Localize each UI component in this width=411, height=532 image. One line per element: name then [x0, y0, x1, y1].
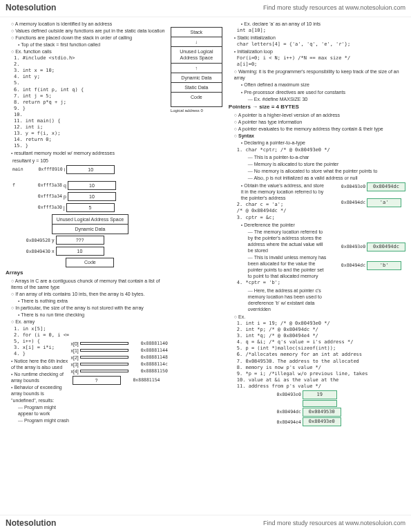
right-column: Ex. declare 'a' as an array of 10 ints i…: [226, 20, 408, 428]
ex-array-heading: Ex. array: [11, 319, 168, 325]
result-title: resultant memory model w/ memory address…: [11, 150, 168, 156]
memory-diagram-1: main0xfff8910i10 f0xfff3a38q10 0xfff3a34…: [6, 164, 168, 268]
code-line: 11. int main() {: [14, 118, 168, 124]
array-point: Arrays in C are a contiguous chunck of m…: [11, 278, 168, 290]
logo: Notesolution: [6, 3, 56, 14]
footer-logo: Notesolution: [6, 518, 56, 529]
declare-ex: Ex. declare 'a' as an array of 10 ints: [234, 21, 405, 27]
stack-note: Top of the stack = first function called: [11, 41, 168, 48]
code-line: 5.: [14, 80, 168, 86]
code-line: 15. }: [14, 143, 168, 149]
resource-link: Find more study resources at www.notesol…: [263, 4, 405, 12]
code-line: 6. int f(int p, int q) {: [14, 87, 168, 93]
func-calls-heading: Ex. function calls: [11, 48, 168, 55]
ex2-memory-diagram: 0x80493e019 0x80494dc0x0849530 0x80494e4…: [229, 390, 405, 426]
intro-item: Functions are placed down the stack in o…: [11, 35, 168, 41]
result-formula: resultant y = 105: [6, 158, 168, 164]
code-line: 7. int j = 5;: [14, 93, 168, 99]
intro-item: A memory location is identified by an ad…: [11, 21, 168, 27]
array-code-block: 1. in x[5]; 2. for (i = 0, i <= 5, i++) …: [6, 326, 71, 357]
warning: Warning: it is the programmer's responsi…: [234, 68, 405, 81]
page-footer: Notesolution Find more study resources a…: [0, 515, 411, 532]
code-line: 9. }: [14, 106, 168, 112]
array-memory-diagram: x[0]0x88881140 x[1]0x88881144 x[2]0x8888…: [71, 326, 168, 424]
footer-resource-link: Find more study resources at www.notesol…: [263, 520, 405, 528]
intro-item: Values defined outside any functions are…: [11, 28, 168, 34]
init-loop-title: Initialization loop: [234, 48, 405, 55]
notice-point: Behavior of exceeding array bounds is "u…: [11, 384, 71, 403]
left-column: A memory location is identified by an ad…: [3, 20, 171, 428]
notice-point: No runtime checking of array bounds: [11, 371, 71, 383]
arrays-heading: Arrays: [6, 269, 168, 276]
code-line: 12. int i;: [14, 124, 168, 131]
page-header: Notesolution Find more study resources a…: [0, 0, 411, 17]
notice-point: Program might crash: [11, 417, 71, 424]
notice-title: Notice here the 6th index of the array i…: [11, 358, 71, 370]
mid-diagram: Stack ↓ Unused Logical Address Space ↑ D…: [171, 20, 226, 428]
code-line: 10.: [14, 112, 168, 118]
static-init-title: Static initialization: [234, 35, 405, 41]
ptr-mem-diagram-2: 0x80493e00x80494dc 0x80494dc'b': [327, 221, 405, 313]
code-line: 13. y = f(i, x);: [14, 131, 168, 137]
code-line: 14. return 0;: [14, 137, 168, 143]
code-line: 4. int y;: [14, 74, 168, 80]
logo-text: Notesolution: [6, 3, 56, 12]
code-line: 1. #include <stdio.h>: [14, 55, 168, 61]
memory-space-diagram: Unused Logical Address Space Dynamic Dat…: [52, 214, 128, 234]
notice-point: Program might appear to work: [11, 404, 71, 417]
array-point: If an array of ints contains 10 ints, th…: [11, 291, 168, 297]
pointers-heading: Pointers → size = 4 BYTES: [229, 104, 405, 111]
ptr-mem-diagram-1: 0x80493e00x80494dc 0x80494dc'a': [327, 182, 405, 221]
ex2-code-block: 1. int i = 19; /* @ 0x80493e0 */ 2. int …: [229, 321, 405, 390]
code-line: 3. int x = 10;: [14, 68, 168, 74]
main-content: A memory location is identified by an ad…: [0, 17, 411, 430]
code-block-1: 1. #include <stdio.h> 2. 3. int x = 10; …: [6, 55, 168, 149]
code-line: 8. return p*q + j;: [14, 99, 168, 106]
array-point: There is nothing extra: [11, 298, 168, 304]
array-point: There is no run time checking: [11, 312, 168, 318]
code-line: 2.: [14, 61, 168, 68]
array-point: In particular, the size of the array is …: [11, 305, 168, 311]
